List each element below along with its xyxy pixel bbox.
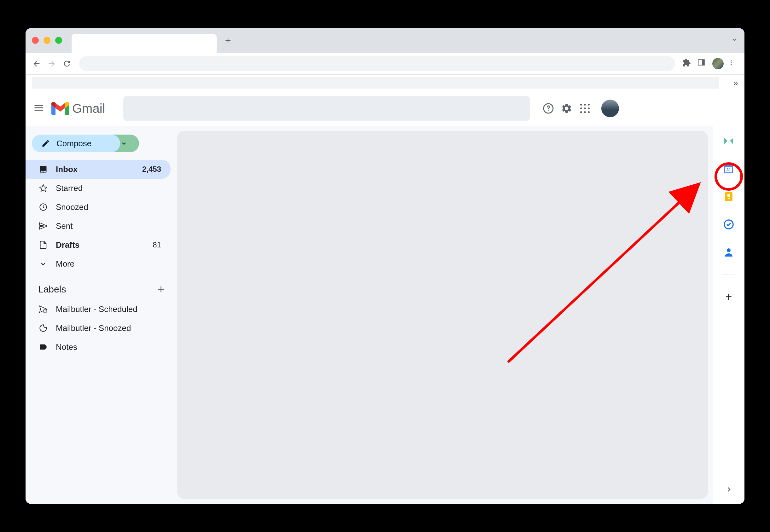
sidebar-item-starred[interactable]: Starred — [26, 179, 171, 198]
svg-point-12 — [727, 194, 730, 197]
chevron-down-icon — [38, 259, 48, 268]
sidebar-item-sent[interactable]: Sent — [26, 217, 171, 235]
send-icon — [38, 222, 48, 230]
extensions-icon[interactable] — [682, 58, 693, 69]
svg-point-4 — [731, 64, 732, 65]
sidebar-item-drafts[interactable]: Drafts 81 — [26, 235, 171, 254]
sidepanel-icon[interactable] — [697, 58, 708, 69]
gmail-m-icon — [51, 102, 69, 115]
label-text: Mailbutler - Snoozed — [56, 323, 131, 333]
sidebar-item-label: Sent — [56, 221, 73, 231]
side-panel: 31 + — [713, 126, 744, 504]
content-area — [177, 126, 713, 504]
labels-header-text: Labels — [38, 284, 66, 295]
window-minimize-button[interactable] — [43, 37, 50, 44]
scheduled-send-icon — [38, 305, 48, 314]
svg-point-15 — [727, 248, 731, 252]
tasks-addon-icon[interactable] — [723, 218, 735, 230]
chevron-down-icon — [120, 140, 128, 147]
sidebar-item-label: Drafts — [56, 240, 79, 250]
label-notes[interactable]: Notes — [26, 338, 171, 356]
bookmark-bar: » — [26, 75, 744, 91]
forward-button[interactable] — [46, 58, 57, 69]
sidebar-item-label: Starred — [56, 183, 83, 193]
sidebar: Compose Inbox 2,453 Starred — [26, 126, 177, 504]
sidebar-item-more[interactable]: More — [26, 254, 171, 273]
help-icon[interactable] — [542, 102, 555, 115]
inbox-count: 2,453 — [142, 165, 161, 174]
drafts-count: 81 — [153, 240, 161, 249]
account-avatar[interactable] — [601, 100, 619, 117]
bookmark-overflow-icon[interactable]: » — [733, 78, 738, 88]
browser-tab-strip: + — [26, 28, 744, 53]
keep-addon-icon[interactable] — [723, 191, 735, 203]
file-icon — [38, 240, 48, 249]
back-button[interactable] — [31, 58, 42, 69]
contacts-addon-icon[interactable] — [723, 246, 735, 258]
label-text: Mailbutler - Scheduled — [56, 304, 137, 314]
main-menu-icon[interactable] — [33, 102, 46, 115]
message-list-pane[interactable] — [177, 131, 708, 499]
gmail-logo[interactable]: Gmail — [51, 101, 105, 116]
settings-icon[interactable] — [560, 102, 573, 115]
svg-text:31: 31 — [727, 167, 731, 172]
clock-icon — [38, 203, 48, 211]
side-panel-divider — [722, 274, 735, 275]
bookmark-area — [32, 77, 719, 89]
label-text: Notes — [56, 342, 77, 352]
label-mailbutler-snoozed[interactable]: Mailbutler - Snoozed — [26, 319, 171, 338]
search-input[interactable] — [123, 96, 530, 121]
chrome-profile-avatar[interactable] — [712, 58, 724, 69]
pencil-icon — [41, 139, 50, 148]
sidebar-item-label: More — [56, 259, 74, 269]
sidebar-item-inbox[interactable]: Inbox 2,453 — [26, 160, 171, 179]
browser-toolbar — [26, 53, 744, 75]
compose-button[interactable]: Compose — [32, 135, 120, 152]
label-icon — [38, 343, 48, 351]
svg-point-3 — [731, 62, 732, 63]
svg-rect-1 — [702, 60, 704, 65]
svg-point-2 — [731, 60, 732, 61]
google-apps-icon[interactable] — [579, 102, 591, 115]
chrome-menu-icon[interactable] — [728, 58, 739, 69]
browser-tab[interactable] — [72, 34, 217, 53]
window-maximize-button[interactable] — [55, 37, 62, 44]
mailbutler-addon-icon[interactable] — [723, 135, 735, 147]
compose-label: Compose — [56, 139, 91, 148]
window-close-button[interactable] — [32, 37, 39, 44]
address-bar[interactable] — [79, 56, 675, 71]
moon-icon — [38, 324, 48, 333]
inbox-icon — [38, 165, 48, 174]
tab-search-dropdown[interactable] — [731, 36, 738, 45]
sidebar-item-label: Snoozed — [56, 202, 88, 212]
calendar-addon-icon[interactable]: 31 — [723, 163, 735, 175]
gmail-logo-text: Gmail — [72, 101, 105, 116]
label-mailbutler-scheduled[interactable]: Mailbutler - Scheduled — [26, 300, 171, 319]
reload-button[interactable] — [61, 58, 72, 69]
star-icon — [38, 184, 48, 193]
new-tab-button[interactable]: + — [222, 35, 234, 46]
get-addons-button[interactable]: + — [725, 290, 732, 304]
side-panel-toggle[interactable] — [725, 486, 732, 494]
gmail-header: Gmail — [26, 91, 744, 126]
labels-header: Labels + — [26, 273, 177, 300]
sidebar-item-label: Inbox — [56, 165, 78, 174]
svg-rect-13 — [728, 198, 730, 199]
sidebar-item-snoozed[interactable]: Snoozed — [26, 198, 171, 217]
add-label-button[interactable]: + — [158, 283, 164, 296]
